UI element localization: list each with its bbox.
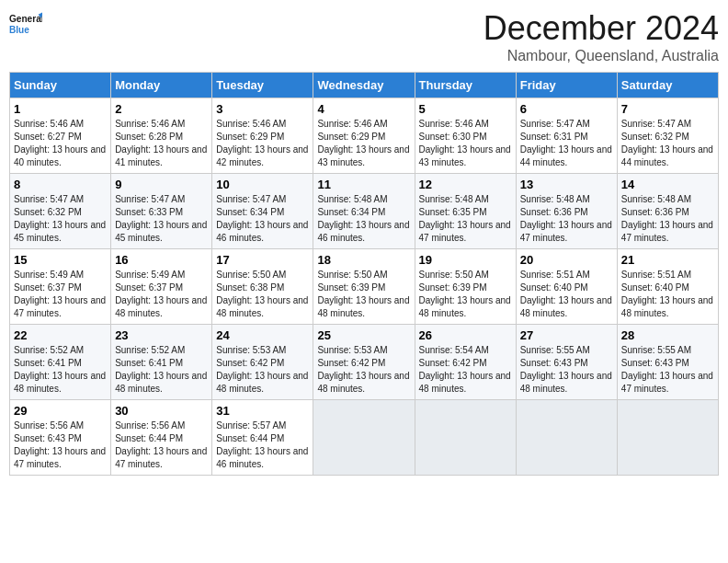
day-info: Sunrise: 5:56 AMSunset: 6:44 PMDaylight:… [115,419,208,471]
calendar-cell [313,400,415,476]
weekday-header-friday: Friday [516,73,617,98]
calendar-cell: 5Sunrise: 5:46 AMSunset: 6:30 PMDaylight… [415,98,516,174]
calendar-cell: 2Sunrise: 5:46 AMSunset: 6:28 PMDaylight… [111,98,212,174]
calendar-cell: 10Sunrise: 5:47 AMSunset: 6:34 PMDayligh… [212,174,313,249]
calendar-week-4: 22Sunrise: 5:52 AMSunset: 6:41 PMDayligh… [10,325,719,400]
location: Nambour, Queensland, Australia [483,48,719,64]
day-info: Sunrise: 5:48 AMSunset: 6:36 PMDaylight:… [621,193,714,245]
day-number: 7 [621,102,714,116]
calendar-week-3: 15Sunrise: 5:49 AMSunset: 6:37 PMDayligh… [10,249,719,325]
day-info: Sunrise: 5:46 AMSunset: 6:29 PMDaylight:… [317,118,410,169]
weekday-header-row: SundayMondayTuesdayWednesdayThursdayFrid… [10,73,719,98]
calendar-cell: 31Sunrise: 5:57 AMSunset: 6:44 PMDayligh… [212,400,313,476]
calendar-cell: 17Sunrise: 5:50 AMSunset: 6:38 PMDayligh… [212,249,313,325]
day-number: 2 [115,102,208,116]
day-number: 22 [14,328,107,342]
svg-text:Blue: Blue [9,25,29,35]
day-number: 24 [216,328,309,342]
day-number: 12 [419,178,512,191]
day-info: Sunrise: 5:48 AMSunset: 6:34 PMDaylight:… [317,193,410,245]
day-number: 27 [520,328,613,342]
day-info: Sunrise: 5:49 AMSunset: 6:37 PMDaylight:… [14,269,107,320]
weekday-header-saturday: Saturday [617,73,718,98]
logo-bird-icon: General Blue [9,9,42,42]
calendar-week-5: 29Sunrise: 5:56 AMSunset: 6:43 PMDayligh… [10,400,719,476]
day-number: 23 [115,328,208,342]
calendar-cell: 27Sunrise: 5:55 AMSunset: 6:43 PMDayligh… [516,325,617,400]
day-number: 14 [621,178,714,191]
calendar-cell: 8Sunrise: 5:47 AMSunset: 6:32 PMDaylight… [10,174,111,249]
day-info: Sunrise: 5:48 AMSunset: 6:36 PMDaylight:… [520,193,613,245]
day-number: 17 [216,253,309,267]
day-info: Sunrise: 5:55 AMSunset: 6:43 PMDaylight:… [621,344,714,396]
day-number: 26 [419,328,512,342]
weekday-header-thursday: Thursday [415,73,516,98]
day-info: Sunrise: 5:51 AMSunset: 6:40 PMDaylight:… [621,269,714,320]
day-number: 29 [14,404,107,418]
logo: General Blue [9,9,42,42]
calendar-cell: 18Sunrise: 5:50 AMSunset: 6:39 PMDayligh… [313,249,415,325]
day-number: 19 [419,253,512,267]
day-info: Sunrise: 5:53 AMSunset: 6:42 PMDaylight:… [317,344,410,396]
calendar-cell: 28Sunrise: 5:55 AMSunset: 6:43 PMDayligh… [617,325,718,400]
calendar-cell: 16Sunrise: 5:49 AMSunset: 6:37 PMDayligh… [111,249,212,325]
calendar-cell: 21Sunrise: 5:51 AMSunset: 6:40 PMDayligh… [617,249,718,325]
day-number: 6 [520,102,613,116]
day-number: 5 [419,102,512,116]
calendar-table: SundayMondayTuesdayWednesdayThursdayFrid… [9,72,719,476]
day-number: 13 [520,178,613,191]
day-info: Sunrise: 5:54 AMSunset: 6:42 PMDaylight:… [419,344,512,396]
svg-text:General: General [9,14,42,24]
day-number: 8 [14,178,107,191]
day-number: 21 [621,253,714,267]
calendar-cell [617,400,718,476]
title-block: December 2024 Nambour, Queensland, Austr… [483,9,719,64]
weekday-header-wednesday: Wednesday [313,73,415,98]
day-info: Sunrise: 5:47 AMSunset: 6:34 PMDaylight:… [216,193,309,245]
page-header: General Blue December 2024 Nambour, Quee… [9,9,719,64]
day-info: Sunrise: 5:50 AMSunset: 6:39 PMDaylight:… [317,269,410,320]
calendar-cell: 23Sunrise: 5:52 AMSunset: 6:41 PMDayligh… [111,325,212,400]
day-number: 25 [317,328,410,342]
calendar-cell: 19Sunrise: 5:50 AMSunset: 6:39 PMDayligh… [415,249,516,325]
day-number: 31 [216,404,309,418]
day-info: Sunrise: 5:47 AMSunset: 6:31 PMDaylight:… [520,118,613,169]
calendar-cell: 4Sunrise: 5:46 AMSunset: 6:29 PMDaylight… [313,98,415,174]
day-number: 9 [115,178,208,191]
day-info: Sunrise: 5:46 AMSunset: 6:28 PMDaylight:… [115,118,208,169]
day-info: Sunrise: 5:55 AMSunset: 6:43 PMDaylight:… [520,344,613,396]
day-info: Sunrise: 5:52 AMSunset: 6:41 PMDaylight:… [14,344,107,396]
calendar-cell: 25Sunrise: 5:53 AMSunset: 6:42 PMDayligh… [313,325,415,400]
calendar-cell [516,400,617,476]
calendar-cell: 14Sunrise: 5:48 AMSunset: 6:36 PMDayligh… [617,174,718,249]
calendar-cell: 29Sunrise: 5:56 AMSunset: 6:43 PMDayligh… [10,400,111,476]
calendar-cell: 30Sunrise: 5:56 AMSunset: 6:44 PMDayligh… [111,400,212,476]
calendar-cell: 15Sunrise: 5:49 AMSunset: 6:37 PMDayligh… [10,249,111,325]
weekday-header-monday: Monday [111,73,212,98]
day-number: 18 [317,253,410,267]
day-number: 11 [317,178,410,191]
calendar-cell: 3Sunrise: 5:46 AMSunset: 6:29 PMDaylight… [212,98,313,174]
day-info: Sunrise: 5:47 AMSunset: 6:33 PMDaylight:… [115,193,208,245]
calendar-cell: 7Sunrise: 5:47 AMSunset: 6:32 PMDaylight… [617,98,718,174]
day-number: 15 [14,253,107,267]
calendar-cell: 13Sunrise: 5:48 AMSunset: 6:36 PMDayligh… [516,174,617,249]
calendar-cell: 9Sunrise: 5:47 AMSunset: 6:33 PMDaylight… [111,174,212,249]
day-info: Sunrise: 5:56 AMSunset: 6:43 PMDaylight:… [14,419,107,471]
day-number: 3 [216,102,309,116]
day-number: 16 [115,253,208,267]
weekday-header-tuesday: Tuesday [212,73,313,98]
day-info: Sunrise: 5:46 AMSunset: 6:29 PMDaylight:… [216,118,309,169]
weekday-header-sunday: Sunday [10,73,111,98]
calendar-week-1: 1Sunrise: 5:46 AMSunset: 6:27 PMDaylight… [10,98,719,174]
day-info: Sunrise: 5:47 AMSunset: 6:32 PMDaylight:… [14,193,107,245]
day-number: 1 [14,102,107,116]
calendar-cell: 24Sunrise: 5:53 AMSunset: 6:42 PMDayligh… [212,325,313,400]
day-number: 10 [216,178,309,191]
day-number: 30 [115,404,208,418]
day-info: Sunrise: 5:50 AMSunset: 6:39 PMDaylight:… [419,269,512,320]
calendar-cell: 26Sunrise: 5:54 AMSunset: 6:42 PMDayligh… [415,325,516,400]
month-title: December 2024 [483,9,719,48]
day-info: Sunrise: 5:46 AMSunset: 6:30 PMDaylight:… [419,118,512,169]
day-info: Sunrise: 5:48 AMSunset: 6:35 PMDaylight:… [419,193,512,245]
